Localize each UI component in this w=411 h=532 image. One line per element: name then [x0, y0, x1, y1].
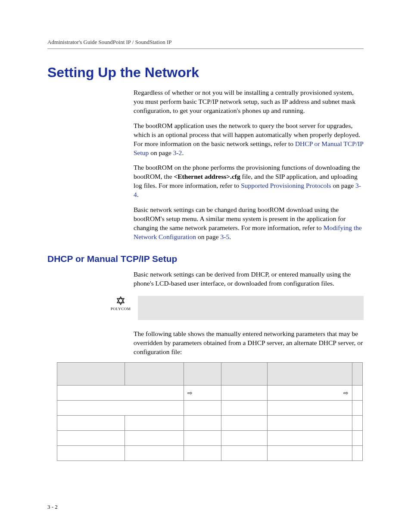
- table-header-row: [57, 363, 363, 386]
- polycom-brand-text: POLYCOM: [108, 307, 134, 311]
- paragraph-table-intro: The following table shows the manually e…: [134, 330, 364, 357]
- polycom-icon: [115, 296, 127, 305]
- td: [57, 446, 125, 461]
- th: [268, 363, 352, 386]
- td: [184, 431, 221, 446]
- paragraph-bootrom-query: The bootROM application uses the network…: [134, 121, 364, 158]
- note-box: [138, 296, 364, 320]
- note-callout: POLYCOM: [47, 296, 364, 320]
- table-row: [57, 416, 363, 431]
- th: [57, 363, 125, 386]
- networking-parameters-table: ⇨ ⇨: [57, 362, 363, 461]
- th: [221, 363, 268, 386]
- text: .: [137, 191, 139, 198]
- text: .: [229, 233, 231, 240]
- table-row: [57, 446, 363, 461]
- body-column: Regardless of whether or not you will be…: [134, 88, 364, 242]
- td: [352, 401, 363, 416]
- th: [352, 363, 363, 386]
- text: on page: [149, 149, 173, 156]
- table-row: [57, 401, 363, 416]
- td: [125, 431, 184, 446]
- td: [57, 386, 184, 401]
- td: [57, 401, 184, 416]
- paragraph-dhcp-intro: Basic network settings can be derived fr…: [134, 270, 364, 288]
- td: [352, 386, 363, 401]
- filename-bold: <Ethernet address>.cfg: [174, 173, 240, 180]
- table-header: [57, 363, 363, 386]
- paragraph-provisioning: The bootROM on the phone performs the pr…: [134, 163, 364, 199]
- link-page-3-2[interactable]: 3-2: [173, 149, 182, 156]
- td: [221, 446, 268, 461]
- paragraph-intro: Regardless of whether or not you will be…: [134, 88, 364, 115]
- td: [268, 401, 352, 416]
- table-row: ⇨ ⇨: [57, 386, 363, 401]
- link-page-3-5[interactable]: 3-5: [220, 233, 229, 240]
- td: [352, 446, 363, 461]
- document-page: Administrator's Guide SoundPoint IP / So…: [0, 0, 411, 532]
- paragraph-basic-settings: Basic network settings can be changed du…: [134, 205, 364, 242]
- td: [57, 416, 125, 431]
- arrow-icon: ⇨: [184, 386, 221, 401]
- running-header: Administrator's Guide SoundPoint IP / So…: [47, 39, 364, 49]
- body-column-2: Basic network settings can be derived fr…: [134, 270, 364, 288]
- td: [221, 401, 268, 416]
- text: Basic network settings can be changed du…: [134, 206, 346, 231]
- table-row: [57, 431, 363, 446]
- th: [125, 363, 184, 386]
- arrow-icon: ⇨: [268, 386, 352, 401]
- link-supported-protocols[interactable]: Supported Provisioning Protocols: [241, 182, 331, 189]
- polycom-logo: POLYCOM: [108, 296, 134, 311]
- td: [184, 401, 221, 416]
- td: [221, 386, 268, 401]
- body-column-3: The following table shows the manually e…: [134, 330, 364, 357]
- td: [125, 446, 184, 461]
- td: [352, 416, 363, 431]
- page-number: 3 - 2: [47, 504, 58, 510]
- td: [125, 416, 184, 431]
- td: [268, 431, 352, 446]
- section-title: Setting Up the Network: [47, 65, 364, 81]
- td: [268, 446, 352, 461]
- td: [221, 431, 268, 446]
- td: [57, 431, 125, 446]
- subsection-title: DHCP or Manual TCP/IP Setup: [47, 254, 364, 264]
- text: on page: [331, 182, 355, 189]
- td: [352, 431, 363, 446]
- td: [221, 416, 268, 431]
- td: [268, 416, 352, 431]
- th: [184, 363, 221, 386]
- td: [184, 446, 221, 461]
- text: on page: [196, 233, 220, 240]
- text: .: [182, 149, 184, 156]
- td: [184, 416, 221, 431]
